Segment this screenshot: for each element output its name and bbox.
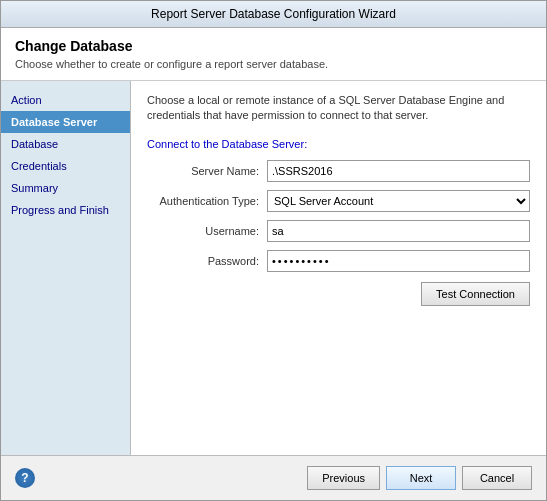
auth-type-row: Authentication Type: Windows Authenticat… bbox=[147, 190, 530, 212]
footer: ? Previous Next Cancel bbox=[1, 455, 546, 500]
password-input[interactable] bbox=[267, 250, 530, 272]
page-subtitle: Choose whether to create or configure a … bbox=[15, 58, 532, 70]
test-connection-label: Test Connection bbox=[436, 288, 515, 300]
previous-label: Previous bbox=[322, 472, 365, 484]
server-name-row: Server Name: bbox=[147, 160, 530, 182]
help-icon-label: ? bbox=[21, 471, 28, 485]
cancel-label: Cancel bbox=[480, 472, 514, 484]
sidebar-item-action-label: Action bbox=[11, 94, 42, 106]
auth-type-select[interactable]: Windows Authentication SQL Server Accoun… bbox=[267, 190, 530, 212]
main-description: Choose a local or remote instance of a S… bbox=[147, 93, 530, 124]
previous-button[interactable]: Previous bbox=[307, 466, 380, 490]
next-label: Next bbox=[410, 472, 433, 484]
auth-type-label: Authentication Type: bbox=[147, 195, 267, 207]
sidebar-item-database-server[interactable]: Database Server bbox=[1, 111, 130, 133]
server-name-label: Server Name: bbox=[147, 165, 267, 177]
sidebar: Action Database Server Database Credenti… bbox=[1, 81, 131, 455]
sidebar-item-credentials[interactable]: Credentials bbox=[1, 155, 130, 177]
username-label: Username: bbox=[147, 225, 267, 237]
test-connection-row: Test Connection bbox=[147, 282, 530, 306]
sidebar-item-progress-finish[interactable]: Progress and Finish bbox=[1, 199, 130, 221]
header-section: Change Database Choose whether to create… bbox=[1, 28, 546, 81]
main-panel: Choose a local or remote instance of a S… bbox=[131, 81, 546, 455]
password-label: Password: bbox=[147, 255, 267, 267]
sidebar-item-database-server-label: Database Server bbox=[11, 116, 97, 128]
password-row: Password: bbox=[147, 250, 530, 272]
sidebar-item-summary-label: Summary bbox=[11, 182, 58, 194]
sidebar-item-action[interactable]: Action bbox=[1, 89, 130, 111]
sidebar-item-database[interactable]: Database bbox=[1, 133, 130, 155]
next-button[interactable]: Next bbox=[386, 466, 456, 490]
sidebar-item-summary[interactable]: Summary bbox=[1, 177, 130, 199]
content-area: Action Database Server Database Credenti… bbox=[1, 81, 546, 455]
help-icon[interactable]: ? bbox=[15, 468, 35, 488]
window-title: Report Server Database Configuration Wiz… bbox=[151, 7, 396, 21]
test-connection-button[interactable]: Test Connection bbox=[421, 282, 530, 306]
title-bar: Report Server Database Configuration Wiz… bbox=[1, 1, 546, 28]
username-input[interactable] bbox=[267, 220, 530, 242]
cancel-button[interactable]: Cancel bbox=[462, 466, 532, 490]
main-window: Report Server Database Configuration Wiz… bbox=[0, 0, 547, 501]
sidebar-item-progress-finish-label: Progress and Finish bbox=[11, 204, 109, 216]
username-row: Username: bbox=[147, 220, 530, 242]
footer-left: ? bbox=[15, 468, 35, 488]
sidebar-item-database-label: Database bbox=[11, 138, 58, 150]
footer-buttons: Previous Next Cancel bbox=[307, 466, 532, 490]
server-name-input[interactable] bbox=[267, 160, 530, 182]
sidebar-item-credentials-label: Credentials bbox=[11, 160, 67, 172]
connect-section-label: Connect to the Database Server: bbox=[147, 138, 530, 150]
page-title: Change Database bbox=[15, 38, 532, 54]
